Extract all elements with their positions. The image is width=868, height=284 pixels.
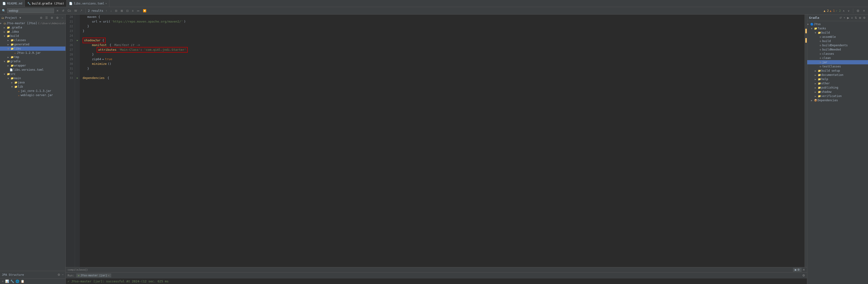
search-option4-button[interactable]: ≡ [131, 9, 134, 13]
gradle-run-button[interactable]: ▶ [847, 16, 850, 20]
project-dropdown-button[interactable]: ▼ [18, 16, 23, 20]
search-filter-button[interactable]: 🔽 [142, 9, 147, 13]
gradle-expand-button[interactable]: ⊕ [858, 16, 862, 20]
tab-close-icon[interactable]: ✕ [105, 2, 107, 5]
toolbar-config-button[interactable]: ⚙ [50, 16, 54, 20]
jpa-wrench-button[interactable]: 🔧 [10, 280, 14, 283]
gradle-item-buildDependents[interactable]: ⚙ buildDependents [807, 43, 868, 48]
run-settings-button[interactable]: ⚙ [802, 274, 805, 277]
shadowjar-highlight: shadowJar { [83, 37, 105, 43]
search-option5-button[interactable]: ≔ [136, 9, 141, 13]
gradle-item-testClasses[interactable]: ⚙ testClasses [807, 64, 868, 68]
tree-item-libs-versions[interactable]: 📄 libs.versions.toml [0, 68, 65, 72]
run-close-icon[interactable]: ✕ [108, 274, 110, 277]
jpa-collapse-button[interactable]: − [62, 273, 64, 277]
gradle-item-clean[interactable]: ⚙ clean [807, 56, 868, 60]
gradle-item-jar[interactable]: ⚙ jar [807, 60, 868, 64]
gradle-item-verification[interactable]: ▶ 📁 verification [807, 94, 868, 98]
tree-item-weblogic-jar[interactable]: ☕ weblogic-server.jar [0, 93, 65, 97]
gradle-item-documentation[interactable]: ▶ 📁 documentation [807, 73, 868, 77]
code-with-gutter: 20 21 22 23 24 25 26 27 28 29 30 31 32 3… [66, 15, 807, 267]
toolbar-gear2-button[interactable]: ☰ [44, 16, 49, 20]
gradle-item-build-setup[interactable]: ▶ 📁 build setup [807, 68, 868, 73]
gradle-label-tasks: Tasks [817, 27, 826, 30]
code-line-25: shadowJar { [83, 38, 802, 43]
tree-item-build[interactable]: ▼ 📁 build [0, 34, 65, 38]
tree-item-jyso-master[interactable]: ▼ 🗂 JYso-master [JYso] C:\Users\Administ… [0, 21, 65, 25]
search-option2-button[interactable]: ⊠ [120, 9, 124, 13]
gradle-item-tasks[interactable]: ▼ 📁 Tasks [807, 26, 868, 31]
tree-item-libs[interactable]: ▼ 📁 libs [0, 47, 65, 51]
tree-item-lib[interactable]: ▼ 📁 lib [0, 85, 65, 89]
code-editor[interactable]: maven { url = uri('https://repo.maven.ap… [80, 15, 805, 267]
tree-item-main[interactable]: ▼ 📁 main [0, 76, 65, 80]
scroll-indicator-yellow2 [805, 38, 807, 43]
search-results-count: 2 results [88, 9, 103, 12]
gradle-item-build-task[interactable]: ⚙ build [807, 39, 868, 43]
tree-item-gradle2[interactable]: ▼ 📁 gradle [0, 59, 65, 63]
warn-down-button[interactable]: ∨ [847, 9, 850, 13]
gradle-item-jyso[interactable]: ▼ 🔵 JYso [807, 22, 868, 26]
gradle-label-testClasses: testClasses [822, 65, 841, 68]
gradle-add-button[interactable]: + [843, 16, 846, 20]
gradle-refresh-button[interactable]: ↺ [839, 16, 842, 20]
toolbar-gear3-button[interactable]: ⚙ [55, 16, 60, 20]
search-word-button[interactable]: W [73, 9, 78, 13]
tree-label-gradle-hidden: .gradle [10, 26, 22, 29]
tree-item-java[interactable]: ▶ 📁 java [0, 80, 65, 85]
search-option3-button[interactable]: ⊡ [125, 9, 129, 13]
gradle-item-classes[interactable]: ⚙ classes [807, 52, 868, 56]
toolbar-minimize-button[interactable]: − [61, 16, 64, 20]
search-clear-button[interactable]: ✕ [55, 9, 60, 13]
search-regex-button[interactable]: .* [79, 9, 83, 13]
search-input[interactable] [7, 8, 54, 13]
tree-item-src[interactable]: ▼ 📁 src [0, 72, 65, 76]
code-line-29: zip64 = true [83, 57, 802, 61]
search-close-button[interactable]: ✕ [862, 9, 866, 13]
gradle-item-dependencies[interactable]: ▶ 📦 Dependencies [807, 98, 868, 103]
editor-scrollbar[interactable] [805, 15, 807, 267]
toolbar-settings-button[interactable]: ⚙ [39, 16, 43, 20]
tree-item-wrapper[interactable]: ▶ 📁 wrapper [0, 63, 65, 68]
gradle-item-other[interactable]: ▶ 📁 other [807, 81, 868, 86]
gutter-area: ▶ ▶ [75, 15, 80, 267]
tree-item-jai-jar[interactable]: ☕ jai_core-1.1.3.jar [0, 89, 65, 93]
tree-item-tmp[interactable]: ▶ 📁 tmp [0, 55, 65, 59]
gradle-item-assemble[interactable]: ⚙ assemble [807, 35, 868, 39]
gradle-label-other: other [821, 82, 830, 85]
jpa-chart-button[interactable]: 📊 [5, 280, 9, 283]
search-case-button[interactable]: Cc [67, 9, 72, 13]
run-config-button[interactable]: ▶ JYso-master [jar] ✕ [76, 274, 111, 277]
warn-up-button[interactable]: ∧ [842, 9, 846, 13]
tab-libs-versions[interactable]: 📄 libs.versions.toml ✕ [67, 0, 110, 7]
search-next-button[interactable]: ↓ [110, 9, 113, 13]
jpa-add-button[interactable]: + [2, 280, 4, 283]
gradle-item-build-group[interactable]: ▼ 📁 build [807, 31, 868, 35]
jpa-clipboard-button[interactable]: 📋 [21, 280, 24, 283]
search-prev-button[interactable]: ↑ [105, 9, 108, 13]
jpa-globe-button[interactable]: 🌐 [16, 280, 19, 283]
tab-readme[interactable]: 📄 README.md [0, 0, 25, 7]
tree-item-classes[interactable]: ▶ 📁 classes [0, 38, 65, 42]
gradle-item-help[interactable]: ▶ 📁 help [807, 77, 868, 81]
gradle-item-shadow[interactable]: ▶ 📁 shadow [807, 90, 868, 94]
tree-label-libs-versions: libs.versions.toml [13, 68, 44, 72]
tree-item-gradle[interactable]: ▶ 📁 .gradle [0, 25, 65, 30]
search-option1-button[interactable]: ⊟ [114, 9, 118, 13]
gradle-item-buildNeeded[interactable]: ⚙ buildNeeded [807, 48, 868, 52]
close-debugger-button[interactable]: ✕ [803, 268, 805, 272]
tree-item-jyso-jar[interactable]: ☕ JYso-1.2.9.jar [0, 51, 65, 55]
gradle-list-button[interactable]: ≡ [850, 16, 853, 20]
debugger-button[interactable]: ▶ ⚙ [793, 268, 802, 272]
tree-item-generated[interactable]: ▶ 📁 generated [0, 42, 65, 47]
gradle-sort-button[interactable]: ⇅ [854, 16, 858, 20]
attributes-highlight: attributes 'Main-Class' : 'com.qi4l.jndi… [97, 47, 188, 53]
gradle-settings-button[interactable]: ⚙ [863, 16, 866, 20]
tree-item-idea[interactable]: ▶ 📁 .idea [0, 30, 65, 34]
search-settings-icon[interactable]: ⚙ [856, 8, 861, 13]
jpa-settings-button[interactable]: ⚙ [58, 273, 60, 277]
search-refresh-button[interactable]: ↺ [61, 9, 65, 13]
gradle-item-publishing[interactable]: ▶ 📁 publishing [807, 86, 868, 90]
tab-build-gradle[interactable]: 🔧 build.gradle (JYso) [25, 0, 67, 7]
debugger-buttons: ▶ ⚙ ✕ [793, 268, 805, 272]
